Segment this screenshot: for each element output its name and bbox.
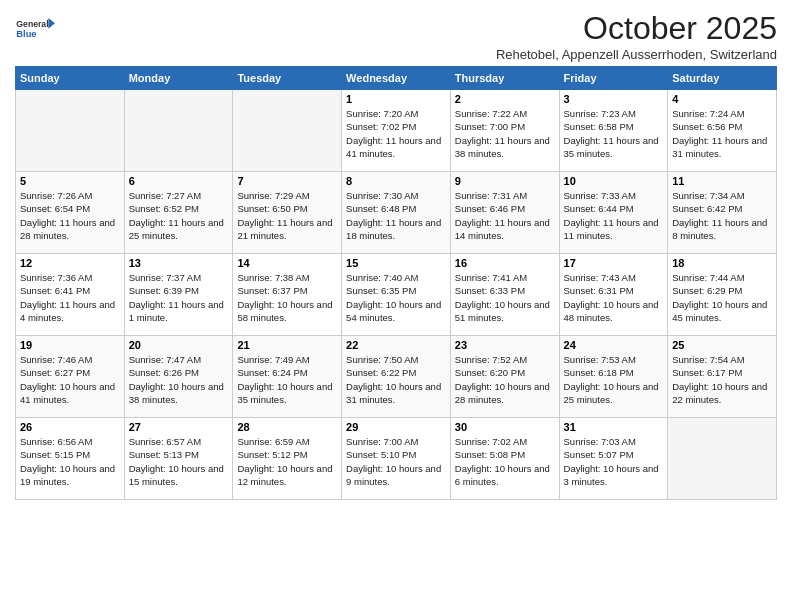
table-row: 8 Sunrise: 7:30 AMSunset: 6:48 PMDayligh… xyxy=(342,172,451,254)
svg-text:General: General xyxy=(16,19,48,29)
table-row: 13 Sunrise: 7:37 AMSunset: 6:39 PMDaylig… xyxy=(124,254,233,336)
day-number: 16 xyxy=(455,257,555,269)
table-row: 6 Sunrise: 7:27 AMSunset: 6:52 PMDayligh… xyxy=(124,172,233,254)
day-info: Sunrise: 6:56 AMSunset: 5:15 PMDaylight:… xyxy=(20,435,120,488)
day-info: Sunrise: 7:54 AMSunset: 6:17 PMDaylight:… xyxy=(672,353,772,406)
table-row: 18 Sunrise: 7:44 AMSunset: 6:29 PMDaylig… xyxy=(668,254,777,336)
day-info: Sunrise: 7:30 AMSunset: 6:48 PMDaylight:… xyxy=(346,189,446,242)
table-row: 14 Sunrise: 7:38 AMSunset: 6:37 PMDaylig… xyxy=(233,254,342,336)
table-row: 30 Sunrise: 7:02 AMSunset: 5:08 PMDaylig… xyxy=(450,418,559,500)
day-info: Sunrise: 7:38 AMSunset: 6:37 PMDaylight:… xyxy=(237,271,337,324)
table-row: 5 Sunrise: 7:26 AMSunset: 6:54 PMDayligh… xyxy=(16,172,125,254)
day-number: 9 xyxy=(455,175,555,187)
title-block: October 2025 Rehetobel, Appenzell Ausser… xyxy=(496,10,777,62)
calendar-week-3: 12 Sunrise: 7:36 AMSunset: 6:41 PMDaylig… xyxy=(16,254,777,336)
day-info: Sunrise: 7:43 AMSunset: 6:31 PMDaylight:… xyxy=(564,271,664,324)
day-number: 8 xyxy=(346,175,446,187)
day-info: Sunrise: 7:44 AMSunset: 6:29 PMDaylight:… xyxy=(672,271,772,324)
table-row: 15 Sunrise: 7:40 AMSunset: 6:35 PMDaylig… xyxy=(342,254,451,336)
table-row: 26 Sunrise: 6:56 AMSunset: 5:15 PMDaylig… xyxy=(16,418,125,500)
day-info: Sunrise: 7:52 AMSunset: 6:20 PMDaylight:… xyxy=(455,353,555,406)
day-number: 25 xyxy=(672,339,772,351)
day-number: 29 xyxy=(346,421,446,433)
day-info: Sunrise: 7:53 AMSunset: 6:18 PMDaylight:… xyxy=(564,353,664,406)
day-info: Sunrise: 7:02 AMSunset: 5:08 PMDaylight:… xyxy=(455,435,555,488)
calendar-week-1: 1 Sunrise: 7:20 AMSunset: 7:02 PMDayligh… xyxy=(16,90,777,172)
day-info: Sunrise: 7:03 AMSunset: 5:07 PMDaylight:… xyxy=(564,435,664,488)
table-row: 23 Sunrise: 7:52 AMSunset: 6:20 PMDaylig… xyxy=(450,336,559,418)
table-row: 3 Sunrise: 7:23 AMSunset: 6:58 PMDayligh… xyxy=(559,90,668,172)
table-row xyxy=(233,90,342,172)
table-row: 7 Sunrise: 7:29 AMSunset: 6:50 PMDayligh… xyxy=(233,172,342,254)
day-number: 11 xyxy=(672,175,772,187)
subtitle: Rehetobel, Appenzell Ausserrhoden, Switz… xyxy=(496,47,777,62)
day-info: Sunrise: 7:26 AMSunset: 6:54 PMDaylight:… xyxy=(20,189,120,242)
table-row: 24 Sunrise: 7:53 AMSunset: 6:18 PMDaylig… xyxy=(559,336,668,418)
table-row: 19 Sunrise: 7:46 AMSunset: 6:27 PMDaylig… xyxy=(16,336,125,418)
day-number: 24 xyxy=(564,339,664,351)
day-info: Sunrise: 6:57 AMSunset: 5:13 PMDaylight:… xyxy=(129,435,229,488)
day-number: 23 xyxy=(455,339,555,351)
day-number: 3 xyxy=(564,93,664,105)
day-number: 12 xyxy=(20,257,120,269)
calendar: Sunday Monday Tuesday Wednesday Thursday… xyxy=(15,66,777,500)
day-number: 19 xyxy=(20,339,120,351)
day-number: 6 xyxy=(129,175,229,187)
day-number: 20 xyxy=(129,339,229,351)
table-row: 2 Sunrise: 7:22 AMSunset: 7:00 PMDayligh… xyxy=(450,90,559,172)
table-row: 10 Sunrise: 7:33 AMSunset: 6:44 PMDaylig… xyxy=(559,172,668,254)
day-info: Sunrise: 7:20 AMSunset: 7:02 PMDaylight:… xyxy=(346,107,446,160)
day-info: Sunrise: 7:22 AMSunset: 7:00 PMDaylight:… xyxy=(455,107,555,160)
day-info: Sunrise: 7:46 AMSunset: 6:27 PMDaylight:… xyxy=(20,353,120,406)
day-info: Sunrise: 7:41 AMSunset: 6:33 PMDaylight:… xyxy=(455,271,555,324)
logo: General Blue xyxy=(15,10,55,50)
table-row: 12 Sunrise: 7:36 AMSunset: 6:41 PMDaylig… xyxy=(16,254,125,336)
col-saturday: Saturday xyxy=(668,67,777,90)
day-number: 28 xyxy=(237,421,337,433)
day-info: Sunrise: 6:59 AMSunset: 5:12 PMDaylight:… xyxy=(237,435,337,488)
svg-marker-2 xyxy=(48,18,55,29)
day-info: Sunrise: 7:49 AMSunset: 6:24 PMDaylight:… xyxy=(237,353,337,406)
day-info: Sunrise: 7:27 AMSunset: 6:52 PMDaylight:… xyxy=(129,189,229,242)
day-number: 7 xyxy=(237,175,337,187)
col-monday: Monday xyxy=(124,67,233,90)
day-number: 27 xyxy=(129,421,229,433)
col-sunday: Sunday xyxy=(16,67,125,90)
table-row: 20 Sunrise: 7:47 AMSunset: 6:26 PMDaylig… xyxy=(124,336,233,418)
month-title: October 2025 xyxy=(496,10,777,47)
day-number: 21 xyxy=(237,339,337,351)
calendar-week-4: 19 Sunrise: 7:46 AMSunset: 6:27 PMDaylig… xyxy=(16,336,777,418)
day-number: 18 xyxy=(672,257,772,269)
day-info: Sunrise: 7:33 AMSunset: 6:44 PMDaylight:… xyxy=(564,189,664,242)
table-row: 31 Sunrise: 7:03 AMSunset: 5:07 PMDaylig… xyxy=(559,418,668,500)
day-number: 17 xyxy=(564,257,664,269)
day-number: 30 xyxy=(455,421,555,433)
table-row: 25 Sunrise: 7:54 AMSunset: 6:17 PMDaylig… xyxy=(668,336,777,418)
day-number: 5 xyxy=(20,175,120,187)
table-row: 11 Sunrise: 7:34 AMSunset: 6:42 PMDaylig… xyxy=(668,172,777,254)
table-row: 16 Sunrise: 7:41 AMSunset: 6:33 PMDaylig… xyxy=(450,254,559,336)
day-number: 4 xyxy=(672,93,772,105)
calendar-header-row: Sunday Monday Tuesday Wednesday Thursday… xyxy=(16,67,777,90)
table-row: 29 Sunrise: 7:00 AMSunset: 5:10 PMDaylig… xyxy=(342,418,451,500)
day-number: 26 xyxy=(20,421,120,433)
day-number: 13 xyxy=(129,257,229,269)
day-info: Sunrise: 7:23 AMSunset: 6:58 PMDaylight:… xyxy=(564,107,664,160)
table-row: 27 Sunrise: 6:57 AMSunset: 5:13 PMDaylig… xyxy=(124,418,233,500)
day-number: 15 xyxy=(346,257,446,269)
table-row xyxy=(16,90,125,172)
day-info: Sunrise: 7:24 AMSunset: 6:56 PMDaylight:… xyxy=(672,107,772,160)
day-info: Sunrise: 7:34 AMSunset: 6:42 PMDaylight:… xyxy=(672,189,772,242)
day-info: Sunrise: 7:31 AMSunset: 6:46 PMDaylight:… xyxy=(455,189,555,242)
day-info: Sunrise: 7:50 AMSunset: 6:22 PMDaylight:… xyxy=(346,353,446,406)
day-number: 31 xyxy=(564,421,664,433)
table-row: 22 Sunrise: 7:50 AMSunset: 6:22 PMDaylig… xyxy=(342,336,451,418)
table-row xyxy=(668,418,777,500)
col-friday: Friday xyxy=(559,67,668,90)
col-wednesday: Wednesday xyxy=(342,67,451,90)
table-row: 17 Sunrise: 7:43 AMSunset: 6:31 PMDaylig… xyxy=(559,254,668,336)
svg-text:Blue: Blue xyxy=(16,29,36,39)
day-number: 14 xyxy=(237,257,337,269)
table-row xyxy=(124,90,233,172)
logo-svg: General Blue xyxy=(15,10,55,50)
